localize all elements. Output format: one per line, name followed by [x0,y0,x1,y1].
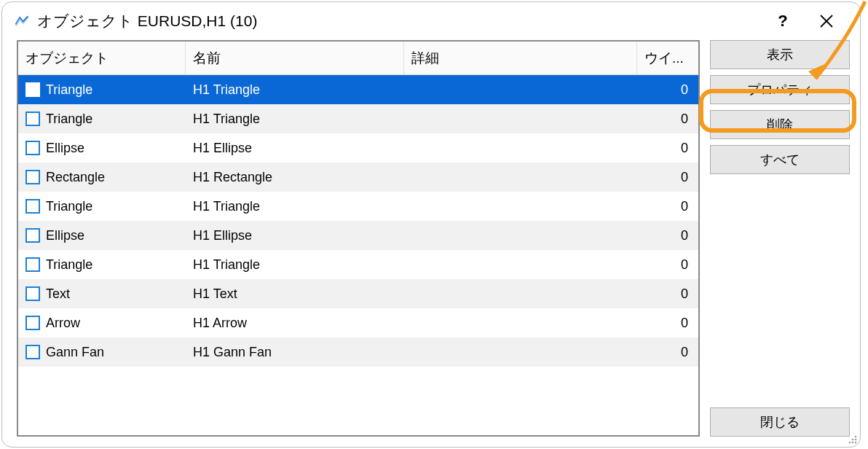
table-header: オブジェクト 名前 詳細 ウイ... [18,42,698,75]
app-icon [14,13,30,29]
svg-point-3 [855,436,857,438]
cell-wi: 0 [637,163,698,192]
row-checkbox[interactable] [25,199,40,214]
cell-name: H1 Triangle [186,192,404,221]
cell-object: Text [18,279,186,308]
dialog-title: オブジェクト EURUSD,H1 (10) [37,11,257,31]
cell-object: Triangle [18,250,186,279]
table-row[interactable]: EllipseH1 Ellipse0 [18,133,698,163]
table-row[interactable]: EllipseH1 Ellipse0 [18,221,698,250]
resize-grip-icon[interactable] [845,432,858,445]
cell-name: H1 Ellipse [186,221,404,250]
cell-detail [404,104,637,133]
svg-point-6 [849,442,851,444]
object-label: Triangle [46,199,92,214]
object-label: Arrow [46,316,80,331]
cell-wi: 0 [637,279,698,308]
cell-object: Triangle [18,192,186,221]
cell-wi: 0 [637,250,698,279]
row-checkbox[interactable] [25,112,40,126]
cell-name: H1 Text [186,279,404,308]
table-row[interactable]: TriangleH1 Triangle0 [18,104,698,133]
table-row[interactable]: TriangleH1 Triangle0 [18,75,698,104]
cell-wi: 0 [637,308,698,337]
object-label: Triangle [46,82,92,98]
table-row[interactable]: TriangleH1 Triangle0 [18,250,698,279]
object-label: Triangle [46,257,92,273]
object-label: Ellipse [46,141,84,156]
cell-detail [404,75,637,104]
row-checkbox[interactable] [25,345,40,359]
table-row[interactable]: TriangleH1 Triangle0 [18,192,698,221]
svg-point-8 [855,442,857,444]
column-header-name[interactable]: 名前 [186,42,404,75]
cell-name: H1 Rectangle [186,163,404,192]
properties-button[interactable]: プロパティ [710,75,850,104]
close-icon [819,14,834,28]
cell-wi: 0 [637,75,698,104]
cell-object: Triangle [18,75,186,104]
cell-detail [404,133,637,163]
table-row[interactable]: Gann FanH1 Gann Fan0 [18,337,698,367]
svg-point-4 [852,439,854,441]
cell-name: H1 Gann Fan [186,337,404,367]
cell-name: H1 Triangle [186,104,404,133]
svg-point-7 [852,442,854,444]
row-checkbox[interactable] [25,82,40,97]
column-header-detail[interactable]: 詳細 [404,42,637,75]
column-header-object[interactable]: オブジェクト [18,42,186,75]
cell-detail [404,250,637,279]
column-header-wi[interactable]: ウイ... [637,42,698,75]
object-label: Triangle [46,112,92,127]
row-checkbox[interactable] [25,316,40,330]
objects-table: オブジェクト 名前 詳細 ウイ... TriangleH1 Triangle0T… [17,40,700,437]
table-row[interactable]: RectangleH1 Rectangle0 [18,163,698,192]
row-checkbox[interactable] [25,286,40,301]
object-label: Rectangle [46,170,105,185]
row-checkbox[interactable] [25,170,40,184]
all-button[interactable]: すべて [710,145,850,174]
show-button[interactable]: 表示 [710,40,850,69]
cell-object: Rectangle [18,163,186,192]
row-checkbox[interactable] [25,228,40,243]
cell-detail [404,192,637,221]
cell-detail [404,308,637,337]
cell-wi: 0 [637,192,698,221]
row-checkbox[interactable] [25,257,40,272]
cell-wi: 0 [637,104,698,133]
svg-point-5 [855,439,857,441]
table-body: TriangleH1 Triangle0TriangleH1 Triangle0… [18,75,698,435]
cell-object: Triangle [18,104,186,133]
cell-object: Ellipse [18,133,186,163]
cell-wi: 0 [637,133,698,163]
cell-detail [404,163,637,192]
cell-wi: 0 [637,221,698,250]
cell-name: H1 Triangle [186,75,404,104]
dialog: オブジェクト EURUSD,H1 (10) ? オブジェクト 名前 詳細 ウイ.… [1,1,861,448]
close-window-button[interactable] [805,5,848,37]
close-button[interactable]: 閉じる [710,407,850,437]
cell-name: H1 Arrow [186,308,404,337]
cell-detail [404,221,637,250]
cell-name: H1 Triangle [186,250,404,279]
cell-name: H1 Ellipse [186,133,404,163]
cell-object: Arrow [18,308,186,337]
cell-wi: 0 [637,337,698,367]
delete-button[interactable]: 削除 [710,110,850,139]
table-row[interactable]: TextH1 Text0 [18,279,698,308]
object-label: Ellipse [46,228,84,243]
help-button[interactable]: ? [761,5,805,37]
cell-object: Gann Fan [18,337,186,367]
table-row[interactable]: ArrowH1 Arrow0 [18,308,698,337]
object-label: Gann Fan [46,345,104,360]
object-label: Text [46,286,70,302]
cell-object: Ellipse [18,221,186,250]
side-buttons: 表示 プロパティ 削除 すべて 閉じる [710,40,850,437]
titlebar: オブジェクト EURUSD,H1 (10) ? [2,2,860,40]
cell-detail [404,279,637,308]
cell-detail [404,337,637,367]
row-checkbox[interactable] [25,141,40,155]
